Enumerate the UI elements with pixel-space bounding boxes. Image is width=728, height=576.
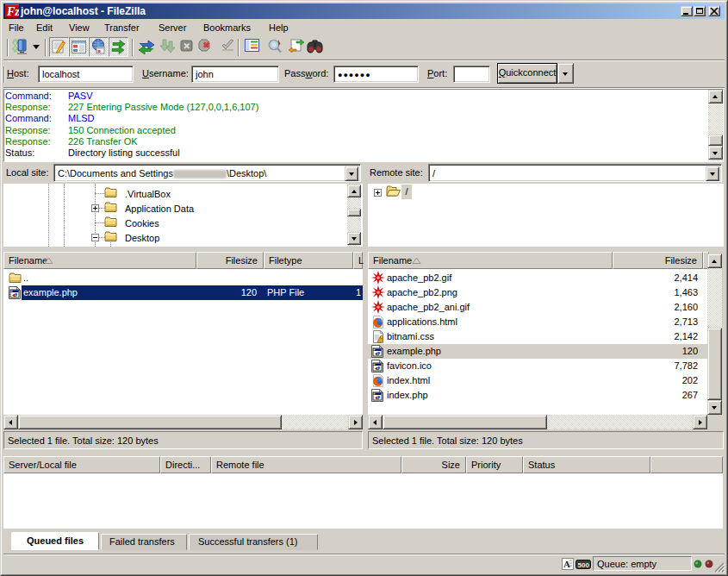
svg-text:500: 500 (578, 561, 590, 569)
svg-text:A: A (563, 559, 570, 569)
svg-text:Fz: Fz (6, 5, 19, 18)
